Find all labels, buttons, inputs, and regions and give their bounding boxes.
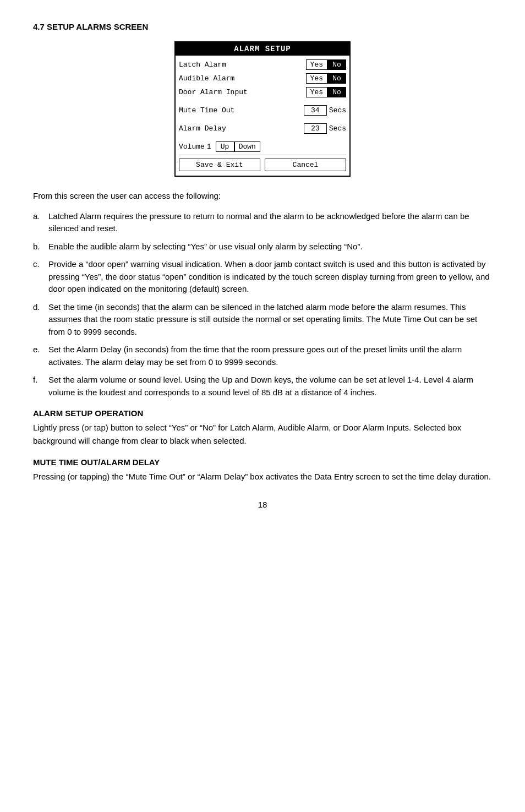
list-item: e. Set the Alarm Delay (in seconds) from… xyxy=(33,344,492,368)
alarm-setup-box: ALARM SETUP Latch Alarm Yes No Audible A… xyxy=(174,41,351,177)
page-number: 18 xyxy=(33,500,492,509)
list-items: a. Latched Alarm requires the pressure t… xyxy=(33,210,492,399)
alarm-setup-container: ALARM SETUP Latch Alarm Yes No Audible A… xyxy=(33,41,492,177)
sub-section-mute-time-out: MUTE TIME OUT/ALARM DELAY Pressing (or t… xyxy=(33,457,492,483)
sub-section-alarm-setup-operation: ALARM SETUP OPERATION Lightly press (or … xyxy=(33,408,492,448)
door-alarm-row: Door Alarm Input Yes No xyxy=(176,85,349,99)
list-item-id-d: d. xyxy=(33,301,48,339)
door-alarm-label: Door Alarm Input xyxy=(179,88,306,96)
list-item: a. Latched Alarm requires the pressure t… xyxy=(33,210,492,235)
list-item: f. Set the alarm volume or sound level. … xyxy=(33,374,492,399)
sub-section-text-mute: Pressing (or tapping) the “Mute Time Out… xyxy=(33,470,492,483)
cancel-btn[interactable]: Cancel xyxy=(265,159,346,171)
volume-btn-group: Up Down xyxy=(216,141,260,152)
volume-up-btn[interactable]: Up xyxy=(216,141,234,152)
audible-alarm-btn-group: Yes No xyxy=(306,73,346,84)
latch-alarm-label: Latch Alarm xyxy=(179,61,306,69)
door-alarm-no-btn[interactable]: No xyxy=(327,87,346,97)
audible-alarm-no-btn[interactable]: No xyxy=(327,73,346,84)
list-item-text-a: Latched Alarm requires the pressure to r… xyxy=(48,210,492,235)
alarm-delay-label: Alarm Delay xyxy=(179,124,304,133)
list-item-id-c: c. xyxy=(33,258,48,296)
latch-alarm-btn-group: Yes No xyxy=(306,59,346,70)
volume-label: Volume xyxy=(179,143,205,151)
door-alarm-yes-btn[interactable]: Yes xyxy=(306,87,327,97)
list-item-text-b: Enable the audible alarm by selecting “Y… xyxy=(48,241,492,253)
audible-alarm-yes-btn[interactable]: Yes xyxy=(306,73,327,84)
door-alarm-btn-group: Yes No xyxy=(306,87,346,97)
alarm-delay-unit: Secs xyxy=(329,124,346,133)
list-item-id-a: a. xyxy=(33,210,48,235)
alarm-delay-row: Alarm Delay 23 Secs xyxy=(176,122,349,135)
list-item-id-e: e. xyxy=(33,344,48,368)
audible-alarm-label: Audible Alarm xyxy=(179,74,306,83)
mute-time-out-row: Mute Time Out 34 Secs xyxy=(176,103,349,117)
save-exit-btn[interactable]: Save & Exit xyxy=(179,159,260,171)
list-item-id-f: f. xyxy=(33,374,48,399)
list-item-text-d: Set the time (in seconds) that the alarm… xyxy=(48,301,492,339)
list-item-text-f: Set the alarm volume or sound level. Usi… xyxy=(48,374,492,399)
sub-section-text-alarm-setup: Lightly press (or tap) button to select … xyxy=(33,421,492,448)
section-heading: 4.7 SETUP ALARMS SCREEN xyxy=(33,22,492,31)
volume-row: Volume 1 Up Down xyxy=(176,140,349,154)
audible-alarm-row: Audible Alarm Yes No xyxy=(176,72,349,85)
alarm-setup-title: ALARM SETUP xyxy=(176,42,349,56)
alarm-delay-value[interactable]: 23 xyxy=(304,123,327,134)
sub-section-title-mute: MUTE TIME OUT/ALARM DELAY xyxy=(33,457,492,467)
latch-alarm-yes-btn[interactable]: Yes xyxy=(306,59,327,70)
volume-down-btn[interactable]: Down xyxy=(234,141,260,152)
volume-value: 1 xyxy=(207,143,211,151)
mute-time-out-unit: Secs xyxy=(329,106,346,115)
latch-alarm-no-btn[interactable]: No xyxy=(327,59,346,70)
mute-time-out-label: Mute Time Out xyxy=(179,106,304,115)
list-item-text-e: Set the Alarm Delay (in seconds) from th… xyxy=(48,344,492,368)
alarm-setup-body: Latch Alarm Yes No Audible Alarm Yes No … xyxy=(176,56,349,176)
list-item: b. Enable the audible alarm by selecting… xyxy=(33,241,492,253)
description-text: From this screen the user can access the… xyxy=(33,190,492,203)
list-item: d. Set the time (in seconds) that the al… xyxy=(33,301,492,339)
list-item: c. Provide a “door open” warning visual … xyxy=(33,258,492,296)
mute-time-out-value[interactable]: 34 xyxy=(304,105,327,116)
alarm-footer-row: Save & Exit Cancel xyxy=(176,156,349,173)
list-item-id-b: b. xyxy=(33,241,48,253)
list-item-text-c: Provide a “door open” warning visual ind… xyxy=(48,258,492,296)
sub-section-title-alarm-setup: ALARM SETUP OPERATION xyxy=(33,408,492,418)
latch-alarm-row: Latch Alarm Yes No xyxy=(176,58,349,72)
